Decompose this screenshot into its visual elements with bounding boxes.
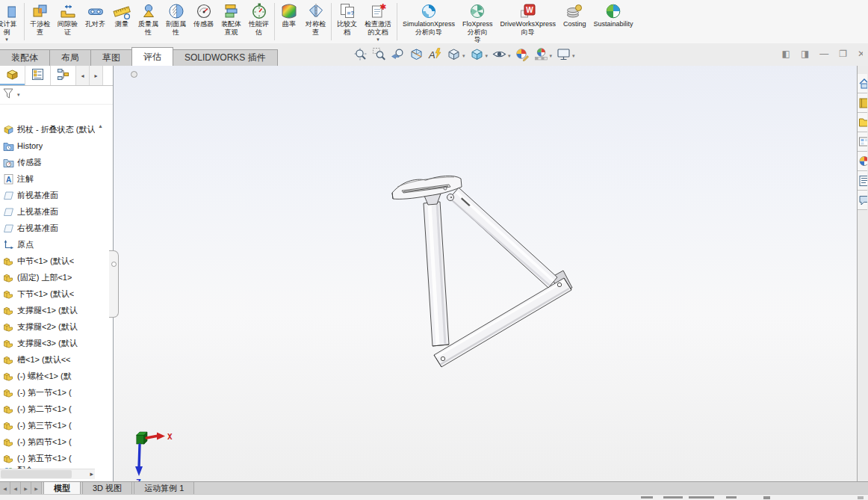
panel-tab-configurationmanager[interactable]	[51, 66, 76, 85]
ribbon-item-performance-evaluation[interactable]: 性能评估	[245, 0, 273, 43]
ribbon-item-simulationxpress[interactable]: SimulationXpress分析向导	[399, 0, 459, 43]
command-tab-sketch[interactable]: 草图	[90, 49, 132, 66]
svg-text:A: A	[6, 175, 11, 183]
tree-item[interactable]: 拐杖 - 折叠状态 (默认	[0, 121, 95, 138]
ribbon-item-check-active-document[interactable]: ✱检查激活的文档▾	[361, 0, 395, 43]
part-icon	[3, 387, 14, 398]
command-tab-evaluate[interactable]: 评估	[131, 47, 173, 66]
ribbon-item-floxpress[interactable]: FloXpress分析向导	[459, 0, 497, 43]
scroll-up-icon[interactable]: ▲	[96, 121, 105, 131]
taskpane-file-explorer-button[interactable]	[858, 113, 867, 132]
tree-item[interactable]: (-) 螺栓<1> (默	[0, 368, 95, 384]
tree-item[interactable]: (-) 第三节<1> (	[0, 417, 95, 433]
tree-horizontal-scrollbar[interactable]: ▸	[0, 469, 95, 479]
ribbon-item-symmetry-check[interactable]: 对称检查	[302, 0, 329, 43]
ribbon-item-clearance[interactable]: 间隙验证	[54, 0, 81, 43]
tree-item[interactable]: 上视基准面	[0, 203, 95, 220]
tree-item[interactable]: 支撑腿<1> (默认	[0, 302, 95, 318]
panel-tab-featuremanager[interactable]	[0, 66, 25, 85]
doc-tab-model[interactable]: 模型	[43, 482, 81, 495]
doc-nav-next-button[interactable]: ▶	[21, 482, 31, 495]
tree-item[interactable]: 传感器	[0, 154, 95, 170]
taskpane-view-palette-button[interactable]	[858, 132, 867, 152]
minimize-button[interactable]: —	[819, 49, 828, 59]
collapse-pane-left-button[interactable]: ◧	[782, 49, 790, 59]
tree-filter-row[interactable]: ▾	[0, 86, 113, 105]
doc-nav-prev-button[interactable]: ◀	[10, 482, 21, 495]
tree-item[interactable]: 支撑腿<2> (默认	[0, 318, 95, 335]
panel-splitter-dot[interactable]	[131, 71, 137, 78]
tree-item[interactable]: 下节<1> (默认<	[0, 286, 95, 302]
tree-item[interactable]: (-) 第二节<1> (	[0, 401, 95, 417]
view-settings-icon	[557, 47, 571, 64]
ribbon-item-compare-documents[interactable]: =?比较文档	[333, 0, 361, 43]
ribbon-item-design-study[interactable]: 设计算例▾	[0, 0, 22, 43]
taskpane-resources-button[interactable]	[858, 74, 867, 93]
restore-button[interactable]: ❐	[839, 49, 847, 59]
section-view-button[interactable]	[407, 46, 426, 66]
ribbon-item-assembly-visualization[interactable]: 装配体直观	[217, 0, 245, 43]
ribbon-item-sustainability[interactable]: Sustainability	[589, 0, 636, 43]
dynamic-annotation-views-button[interactable]: A	[426, 46, 444, 66]
svg-text:W: W	[526, 6, 533, 14]
tree-item[interactable]: 前视基准面	[0, 187, 95, 203]
tree-item[interactable]: 槽<1> (默认<<	[0, 351, 95, 368]
ribbon-item-curvature[interactable]: 曲率	[276, 0, 302, 43]
taskpane-appearances-button[interactable]	[858, 152, 867, 171]
command-tab-layout[interactable]: 布局	[49, 49, 91, 66]
hole-alignment-icon	[87, 1, 105, 20]
tree-item[interactable]: (-) 第四节<1> (	[0, 433, 95, 450]
ribbon-item-interference[interactable]: 干涉检查	[26, 0, 54, 43]
panel-splitter-handle[interactable]	[109, 250, 119, 318]
hscroll-thumb[interactable]	[1, 470, 72, 478]
command-tab-assembly[interactable]: 装配体	[0, 49, 50, 66]
taskpane-forum-button[interactable]	[858, 191, 867, 210]
crutch-model[interactable]	[392, 176, 572, 367]
previous-view-button[interactable]	[388, 46, 407, 66]
display-style-button[interactable]: ▾	[468, 46, 491, 66]
tree-item[interactable]: 中节<1> (默认<	[0, 253, 95, 269]
ribbon-item-hole-alignment[interactable]: 孔对齐	[81, 0, 109, 43]
propertymanager-icon	[31, 68, 44, 84]
hscroll-right-icon[interactable]: ▸	[90, 469, 93, 479]
doc-nav-last-button[interactable]: ▶	[31, 482, 42, 495]
tree-vertical-scrollbar[interactable]: ▲ ▼	[96, 121, 105, 500]
panel-tab-scroll-right[interactable]: ▸	[90, 66, 103, 85]
tree-item[interactable]: (-) 第一节<1> (	[0, 384, 95, 401]
collapse-pane-right-button[interactable]: ◨	[801, 49, 809, 59]
ribbon-item-costing[interactable]: Costing	[559, 0, 590, 43]
zoom-area-button[interactable]	[370, 46, 388, 66]
tree-item[interactable]: 支撑腿<3> (默认	[0, 335, 95, 351]
ribbon-item-driveworksxpress[interactable]: WDriveWorksXpress向导	[497, 0, 559, 43]
edit-appearance-button[interactable]	[513, 46, 532, 66]
zoom-fit-button[interactable]	[351, 46, 370, 66]
hide-show-items-button[interactable]: ▾	[490, 46, 513, 66]
view-orientation-button[interactable]: ▾	[444, 46, 468, 66]
ribbon-item-measure[interactable]: 测量	[109, 0, 134, 43]
tree-item[interactable]: A注解	[0, 170, 95, 187]
tree-item[interactable]: 右视基准面	[0, 220, 95, 236]
command-tab-addins[interactable]: SOLIDWORKS 插件	[173, 49, 278, 66]
panel-tab-propertymanager[interactable]	[25, 66, 51, 85]
appearances-icon	[858, 158, 867, 170]
ribbon-item-section-properties[interactable]: 剖面属性	[162, 0, 190, 43]
file-explorer-icon	[858, 119, 867, 132]
doc-nav-first-button[interactable]: ◀	[0, 482, 10, 495]
doc-tab-motion-study[interactable]: 运动算例 1	[134, 482, 194, 495]
taskpane-design-library-button[interactable]	[858, 93, 867, 113]
ribbon-group-separator	[274, 3, 275, 40]
doc-tab-3d-views[interactable]: 3D 视图	[82, 482, 132, 495]
view-settings-button[interactable]: ▾	[554, 46, 577, 66]
panel-tab-scroll-left[interactable]: ◂	[76, 66, 90, 85]
tree-item[interactable]: (固定) 上部<1>	[0, 269, 95, 286]
tree-item[interactable]: History	[0, 138, 95, 154]
taskpane-custom-properties-button[interactable]	[858, 171, 867, 191]
tree-item[interactable]: (-) 第五节<1> (	[0, 450, 95, 466]
close-button[interactable]: ✕	[858, 49, 863, 59]
ribbon-item-sensors[interactable]: 传感器	[190, 0, 217, 43]
dropdown-arrow-icon: ▾	[5, 37, 8, 42]
ribbon-item-mass-properties[interactable]: 质量属性	[134, 0, 162, 43]
apply-scene-button[interactable]: ▾	[532, 46, 555, 66]
graphics-viewport[interactable]: X Z	[114, 66, 858, 481]
tree-item[interactable]: 原点	[0, 236, 95, 253]
